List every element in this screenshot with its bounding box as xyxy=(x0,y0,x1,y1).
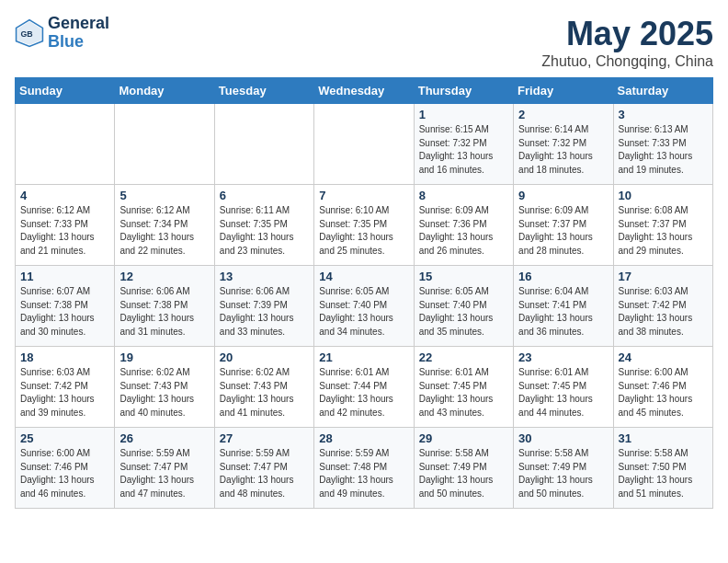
week-row-1: 1Sunrise: 6:15 AMSunset: 7:32 PMDaylight… xyxy=(16,104,713,185)
calendar-cell: 15Sunrise: 6:05 AMSunset: 7:40 PMDayligh… xyxy=(414,266,513,347)
header: GB GeneralBlue May 2025 Zhutuo, Chongqin… xyxy=(15,15,713,70)
day-header-thursday: Thursday xyxy=(414,78,513,104)
calendar-cell: 3Sunrise: 6:13 AMSunset: 7:33 PMDaylight… xyxy=(613,104,712,185)
day-number: 11 xyxy=(20,270,109,283)
calendar-cell: 8Sunrise: 6:09 AMSunset: 7:36 PMDaylight… xyxy=(414,185,513,266)
day-number: 20 xyxy=(220,350,309,364)
day-info: Sunrise: 5:58 AMSunset: 7:49 PMDaylight:… xyxy=(419,447,508,500)
day-info: Sunrise: 6:05 AMSunset: 7:40 PMDaylight:… xyxy=(319,285,408,339)
calendar-cell xyxy=(16,104,115,185)
day-info: Sunrise: 6:10 AMSunset: 7:35 PMDaylight:… xyxy=(319,204,408,258)
day-number: 12 xyxy=(119,270,209,283)
header-row: SundayMondayTuesdayWednesdayThursdayFrid… xyxy=(16,78,713,104)
day-info: Sunrise: 6:03 AMSunset: 7:42 PMDaylight:… xyxy=(619,285,708,339)
calendar-cell: 28Sunrise: 5:59 AMSunset: 7:48 PMDayligh… xyxy=(314,428,414,509)
day-info: Sunrise: 6:01 AMSunset: 7:45 PMDaylight:… xyxy=(419,366,508,419)
day-header-tuesday: Tuesday xyxy=(214,78,313,104)
day-number: 22 xyxy=(419,350,508,364)
day-header-wednesday: Wednesday xyxy=(314,78,414,104)
day-info: Sunrise: 6:13 AMSunset: 7:33 PMDaylight:… xyxy=(619,123,708,177)
calendar-cell xyxy=(314,104,414,185)
calendar-cell: 30Sunrise: 5:58 AMSunset: 7:49 PMDayligh… xyxy=(514,428,613,509)
calendar-cell: 12Sunrise: 6:06 AMSunset: 7:38 PMDayligh… xyxy=(115,266,214,347)
svg-text:GB: GB xyxy=(20,29,32,39)
day-info: Sunrise: 6:00 AMSunset: 7:46 PMDaylight:… xyxy=(20,447,109,500)
calendar-cell: 27Sunrise: 5:59 AMSunset: 7:47 PMDayligh… xyxy=(214,428,313,509)
day-number: 13 xyxy=(220,270,309,283)
calendar-cell: 19Sunrise: 6:02 AMSunset: 7:43 PMDayligh… xyxy=(115,347,214,428)
day-header-friday: Friday xyxy=(514,78,613,104)
day-number: 1 xyxy=(419,108,508,121)
day-number: 24 xyxy=(619,350,708,364)
day-number: 7 xyxy=(319,189,408,202)
calendar-cell: 25Sunrise: 6:00 AMSunset: 7:46 PMDayligh… xyxy=(16,428,115,509)
calendar-cell: 10Sunrise: 6:08 AMSunset: 7:37 PMDayligh… xyxy=(613,185,712,266)
day-info: Sunrise: 5:59 AMSunset: 7:48 PMDaylight:… xyxy=(319,447,408,500)
calendar-cell: 29Sunrise: 5:58 AMSunset: 7:49 PMDayligh… xyxy=(414,428,513,509)
calendar-cell: 22Sunrise: 6:01 AMSunset: 7:45 PMDayligh… xyxy=(414,347,513,428)
day-number: 2 xyxy=(518,108,608,121)
day-header-saturday: Saturday xyxy=(613,78,712,104)
calendar-table: SundayMondayTuesdayWednesdayThursdayFrid… xyxy=(15,77,713,509)
day-number: 9 xyxy=(518,189,608,202)
calendar-cell: 1Sunrise: 6:15 AMSunset: 7:32 PMDaylight… xyxy=(414,104,513,185)
calendar-cell: 24Sunrise: 6:00 AMSunset: 7:46 PMDayligh… xyxy=(613,347,712,428)
day-number: 30 xyxy=(518,431,608,445)
calendar-cell: 14Sunrise: 6:05 AMSunset: 7:40 PMDayligh… xyxy=(314,266,414,347)
calendar-cell: 23Sunrise: 6:01 AMSunset: 7:45 PMDayligh… xyxy=(514,347,613,428)
logo-text: GeneralBlue xyxy=(48,15,109,52)
day-number: 18 xyxy=(20,350,109,364)
calendar-cell: 26Sunrise: 5:59 AMSunset: 7:47 PMDayligh… xyxy=(115,428,214,509)
day-number: 16 xyxy=(518,270,608,283)
day-info: Sunrise: 6:14 AMSunset: 7:32 PMDaylight:… xyxy=(518,123,608,177)
day-number: 26 xyxy=(119,431,209,445)
calendar-cell: 7Sunrise: 6:10 AMSunset: 7:35 PMDaylight… xyxy=(314,185,414,266)
day-info: Sunrise: 6:07 AMSunset: 7:38 PMDaylight:… xyxy=(20,285,109,339)
calendar-cell: 17Sunrise: 6:03 AMSunset: 7:42 PMDayligh… xyxy=(613,266,712,347)
day-info: Sunrise: 5:59 AMSunset: 7:47 PMDaylight:… xyxy=(220,447,309,500)
day-info: Sunrise: 6:04 AMSunset: 7:41 PMDaylight:… xyxy=(518,285,608,339)
calendar-cell: 21Sunrise: 6:01 AMSunset: 7:44 PMDayligh… xyxy=(314,347,414,428)
day-info: Sunrise: 6:08 AMSunset: 7:37 PMDaylight:… xyxy=(619,204,708,258)
calendar-cell: 11Sunrise: 6:07 AMSunset: 7:38 PMDayligh… xyxy=(16,266,115,347)
day-number: 21 xyxy=(319,350,408,364)
logo-icon: GB xyxy=(15,18,44,48)
day-info: Sunrise: 6:09 AMSunset: 7:36 PMDaylight:… xyxy=(419,204,508,258)
logo: GB GeneralBlue xyxy=(15,15,109,52)
day-number: 29 xyxy=(419,431,508,445)
calendar-cell: 20Sunrise: 6:02 AMSunset: 7:43 PMDayligh… xyxy=(214,347,313,428)
day-number: 19 xyxy=(119,350,209,364)
calendar-cell: 13Sunrise: 6:06 AMSunset: 7:39 PMDayligh… xyxy=(214,266,313,347)
day-info: Sunrise: 6:05 AMSunset: 7:40 PMDaylight:… xyxy=(419,285,508,339)
day-info: Sunrise: 6:06 AMSunset: 7:39 PMDaylight:… xyxy=(220,285,309,339)
day-number: 3 xyxy=(619,108,708,121)
day-number: 25 xyxy=(20,431,109,445)
calendar-subtitle: Zhutuo, Chongqing, China xyxy=(541,53,713,70)
calendar-cell: 31Sunrise: 5:58 AMSunset: 7:50 PMDayligh… xyxy=(613,428,712,509)
calendar-cell: 9Sunrise: 6:09 AMSunset: 7:37 PMDaylight… xyxy=(514,185,613,266)
day-number: 6 xyxy=(220,189,309,202)
day-header-sunday: Sunday xyxy=(16,78,115,104)
day-number: 27 xyxy=(220,431,309,445)
day-info: Sunrise: 6:06 AMSunset: 7:38 PMDaylight:… xyxy=(119,285,209,339)
calendar-cell xyxy=(214,104,313,185)
day-info: Sunrise: 6:01 AMSunset: 7:44 PMDaylight:… xyxy=(319,366,408,419)
day-info: Sunrise: 6:11 AMSunset: 7:35 PMDaylight:… xyxy=(220,204,309,258)
calendar-cell xyxy=(115,104,214,185)
day-info: Sunrise: 6:03 AMSunset: 7:42 PMDaylight:… xyxy=(20,366,109,419)
calendar-cell: 18Sunrise: 6:03 AMSunset: 7:42 PMDayligh… xyxy=(16,347,115,428)
day-number: 14 xyxy=(319,270,408,283)
day-info: Sunrise: 6:15 AMSunset: 7:32 PMDaylight:… xyxy=(419,123,508,177)
calendar-cell: 6Sunrise: 6:11 AMSunset: 7:35 PMDaylight… xyxy=(214,185,313,266)
day-info: Sunrise: 6:00 AMSunset: 7:46 PMDaylight:… xyxy=(619,366,708,419)
week-row-3: 11Sunrise: 6:07 AMSunset: 7:38 PMDayligh… xyxy=(16,266,713,347)
day-number: 17 xyxy=(619,270,708,283)
day-info: Sunrise: 6:02 AMSunset: 7:43 PMDaylight:… xyxy=(119,366,209,419)
day-number: 4 xyxy=(20,189,109,202)
calendar-title: May 2025 xyxy=(541,15,713,53)
day-info: Sunrise: 5:58 AMSunset: 7:49 PMDaylight:… xyxy=(518,447,608,500)
day-info: Sunrise: 6:12 AMSunset: 7:34 PMDaylight:… xyxy=(119,204,209,258)
calendar-cell: 5Sunrise: 6:12 AMSunset: 7:34 PMDaylight… xyxy=(115,185,214,266)
day-info: Sunrise: 5:59 AMSunset: 7:47 PMDaylight:… xyxy=(119,447,209,500)
day-number: 28 xyxy=(319,431,408,445)
